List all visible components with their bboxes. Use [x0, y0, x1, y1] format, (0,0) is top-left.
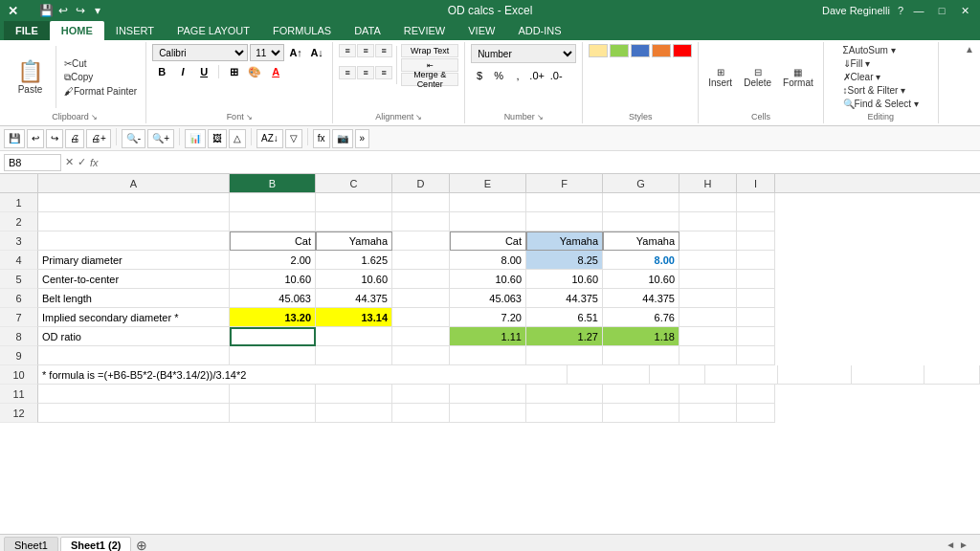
cell-h4[interactable] — [679, 251, 737, 270]
cell-c11[interactable] — [316, 385, 392, 404]
cell-f1[interactable] — [526, 193, 603, 212]
cell-b7[interactable]: 13.20 — [230, 308, 316, 327]
cell-e11[interactable] — [450, 385, 526, 404]
cell-f7[interactable]: 6.51 — [526, 308, 603, 327]
tab-formulas[interactable]: FORMULAS — [261, 21, 343, 40]
cell-b4[interactable]: 2.00 — [230, 251, 316, 270]
close-button[interactable]: ✕ — [957, 3, 972, 18]
add-sheet-button[interactable]: ⊕ — [133, 537, 150, 552]
align-top-center[interactable]: ≡ — [357, 44, 374, 57]
cell-h2[interactable] — [679, 212, 737, 231]
increase-font-btn[interactable]: A↑ — [286, 44, 305, 61]
font-size-select[interactable]: 11 — [250, 44, 284, 61]
cell-b8[interactable] — [230, 327, 316, 346]
number-format-select[interactable]: Number — [471, 44, 576, 63]
cell-i11[interactable] — [737, 385, 775, 404]
cell-g10[interactable] — [852, 365, 925, 385]
qa-redo[interactable]: ↪ — [73, 3, 88, 18]
cell-i9[interactable] — [737, 346, 775, 365]
comma-btn[interactable]: , — [509, 67, 526, 84]
insert-button[interactable]: ⊞ Insert — [704, 65, 736, 90]
underline-button[interactable]: U — [194, 63, 213, 80]
cell-a10[interactable]: * formula is =(+B6-B5*2-(B4*3.14/2))/3.1… — [38, 365, 568, 385]
cell-b1[interactable] — [230, 193, 316, 212]
cell-b5[interactable]: 10.60 — [230, 270, 316, 289]
cell-h6[interactable] — [679, 289, 737, 308]
font-expand-icon[interactable]: ↘ — [246, 113, 253, 121]
clear-button[interactable]: ✗ Clear ▾ — [840, 71, 884, 83]
cell-d1[interactable] — [392, 193, 450, 212]
borders-button[interactable]: ⊞ — [224, 63, 243, 80]
cell-c8[interactable] — [316, 327, 392, 346]
cell-f8[interactable]: 1.27 — [526, 327, 603, 346]
cell-f10[interactable] — [778, 365, 852, 385]
tb-shapes[interactable]: △ — [229, 129, 246, 148]
cell-a9[interactable] — [38, 346, 230, 365]
formula-check-icon[interactable]: ✓ — [78, 156, 86, 168]
qa-save[interactable]: 💾 — [38, 3, 54, 18]
cell-i2[interactable] — [737, 212, 775, 231]
cell-h5[interactable] — [679, 270, 737, 289]
cell-g9[interactable] — [603, 346, 679, 365]
cell-g12[interactable] — [603, 404, 679, 423]
cell-h10[interactable] — [924, 365, 980, 385]
cell-i7[interactable] — [737, 308, 775, 327]
cell-d5[interactable] — [392, 270, 450, 289]
cell-i1[interactable] — [737, 193, 775, 212]
cell-f12[interactable] — [526, 404, 603, 423]
cell-b11[interactable] — [230, 385, 316, 404]
cell-a8[interactable]: OD ratio — [38, 327, 230, 346]
cell-c7[interactable]: 13.14 — [316, 308, 392, 327]
formula-expand-icon[interactable]: ✕ — [65, 156, 74, 168]
tab-data[interactable]: DATA — [343, 21, 392, 40]
cell-c5[interactable]: 10.60 — [316, 270, 392, 289]
tb-camera[interactable]: 📷 — [332, 129, 353, 148]
minimize-button[interactable]: — — [911, 3, 926, 18]
cell-e2[interactable] — [450, 212, 526, 231]
sheet-tab-2[interactable]: Sheet1 (2) — [60, 537, 132, 552]
cell-d2[interactable] — [392, 212, 450, 231]
col-header-i[interactable]: I — [737, 174, 775, 192]
cell-h9[interactable] — [679, 346, 737, 365]
percent-btn[interactable]: % — [490, 67, 507, 84]
delete-button[interactable]: ⊟ Delete — [740, 65, 775, 90]
tab-insert[interactable]: INSERT — [104, 21, 166, 40]
cell-e7[interactable]: 7.20 — [450, 308, 526, 327]
cell-f6[interactable]: 44.375 — [526, 289, 603, 308]
number-expand-icon[interactable]: ↘ — [537, 113, 544, 121]
cell-a4[interactable]: Primary diameter — [38, 251, 230, 270]
alignment-expand-icon[interactable]: ↘ — [415, 113, 422, 121]
tb-zoom-out[interactable]: 🔍- — [122, 129, 145, 148]
cell-g5[interactable]: 10.60 — [603, 270, 679, 289]
format-button[interactable]: ▦ Format — [779, 65, 817, 90]
cell-g4[interactable]: 8.00 — [603, 251, 679, 270]
cell-i5[interactable] — [737, 270, 775, 289]
cell-f9[interactable] — [526, 346, 603, 365]
cell-f5[interactable]: 10.60 — [526, 270, 603, 289]
tab-home[interactable]: HOME — [50, 21, 104, 40]
cell-g6[interactable]: 44.375 — [603, 289, 679, 308]
cell-i8[interactable] — [737, 327, 775, 346]
qa-undo[interactable]: ↩ — [56, 3, 71, 18]
tab-view[interactable]: VIEW — [457, 21, 506, 40]
cell-c4[interactable]: 1.625 — [316, 251, 392, 270]
tb-redo[interactable]: ↪ — [46, 129, 63, 148]
format-painter-button[interactable]: 🖌 Format Painter — [61, 85, 140, 98]
cell-g2[interactable] — [603, 212, 679, 231]
cell-g3[interactable]: Yamaha — [603, 231, 679, 251]
col-header-e[interactable]: E — [450, 174, 526, 192]
tb-more[interactable]: » — [355, 129, 370, 148]
cell-d6[interactable] — [392, 289, 450, 308]
cell-g11[interactable] — [603, 385, 679, 404]
cell-d7[interactable] — [392, 308, 450, 327]
font-family-select[interactable]: Calibri — [152, 44, 248, 61]
cell-f3[interactable]: Yamaha — [526, 231, 603, 251]
tb-print-preview[interactable]: 🖨+ — [86, 129, 111, 148]
sheet-tab-1[interactable]: Sheet1 — [4, 537, 58, 552]
cell-h11[interactable] — [679, 385, 737, 404]
cell-d4[interactable] — [392, 251, 450, 270]
maximize-button[interactable]: □ — [934, 3, 949, 18]
cell-d11[interactable] — [392, 385, 450, 404]
copy-button[interactable]: ⧉ Copy — [61, 71, 140, 84]
align-mid-center[interactable]: ≡ — [357, 66, 374, 79]
